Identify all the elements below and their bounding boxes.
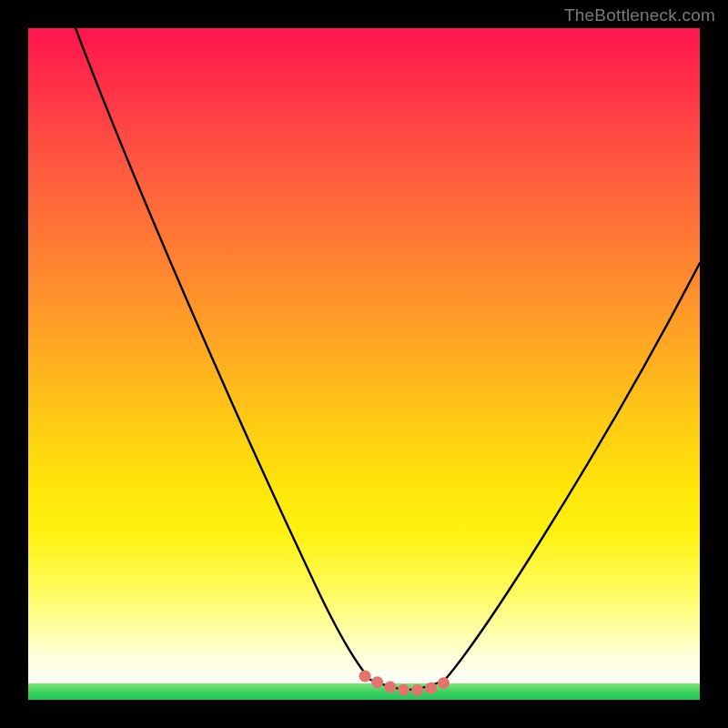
plot-area <box>28 28 700 700</box>
right-arm-path <box>445 263 700 680</box>
watermark-text: TheBottleneck.com <box>564 5 715 25</box>
bottleneck-curve-svg <box>28 28 700 700</box>
trough-highlight-path <box>365 676 452 691</box>
left-arm-path <box>76 28 370 680</box>
chart-frame: TheBottleneck.com <box>0 0 728 728</box>
